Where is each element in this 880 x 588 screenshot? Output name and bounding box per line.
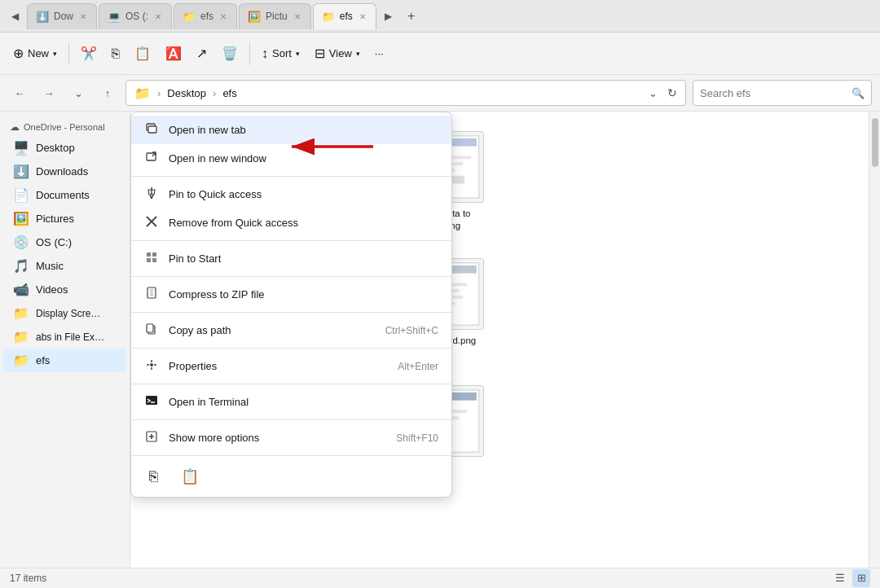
osc-icon: 💿 (13, 235, 29, 250)
onedrive-icon: ☁ (10, 121, 20, 133)
tab-efs1-close[interactable]: ✕ (218, 11, 228, 23)
tab-efs1[interactable]: 📁 efs ✕ (174, 3, 237, 29)
sidebar-item-documents[interactable]: 📄 Documents (3, 183, 126, 207)
rename-icon: 🅰️ (165, 46, 182, 61)
tab-pictures[interactable]: 🖼️ Pictu ✕ (239, 3, 311, 29)
ctx-pin-icon (144, 186, 159, 202)
new-button[interactable]: ⊕ New ▾ (7, 39, 64, 68)
tab-efs-active-label: efs (340, 11, 353, 22)
back-btn[interactable]: ← (8, 81, 31, 104)
sort-button[interactable]: ↕ Sort ▾ (255, 39, 306, 68)
recent-btn[interactable]: ⌄ (67, 81, 90, 104)
toolbar-divider-2 (249, 42, 250, 65)
ctx-properties-label: Properties (169, 360, 388, 372)
ctx-pin-quick[interactable]: Pin to Quick access (131, 180, 451, 208)
ctx-bottom-icons: ⎘ 📋 (131, 459, 451, 494)
tab-osc[interactable]: 💻 OS (: ✕ (99, 3, 172, 29)
sidebar-item-downloads[interactable]: ⬇️ Downloads (3, 160, 126, 183)
ctx-compress-label: Compress to ZIP file (169, 288, 438, 301)
svg-point-93 (150, 363, 153, 366)
search-box[interactable]: 🔍 (693, 80, 872, 106)
sidebar-item-osc[interactable]: 💿 OS (C:) (3, 230, 126, 254)
breadcrumb-desktop[interactable]: Desktop (167, 87, 206, 99)
view-icons: ☰ ⊞ (831, 569, 870, 587)
breadcrumb-efs[interactable]: efs (222, 87, 236, 99)
pictures-tab-icon: 🖼️ (248, 11, 261, 23)
cut-button[interactable]: ✂️ (74, 39, 103, 68)
tab-downloads[interactable]: ⬇️ Dow ✕ (27, 3, 97, 29)
tab-add-btn[interactable]: + (400, 5, 423, 28)
sidebar-pictures-label: Pictures (36, 213, 74, 225)
ctx-copy-path-icon (144, 323, 159, 338)
refresh-btn[interactable]: ↻ (667, 86, 677, 99)
sidebar-item-desktop[interactable]: 🖥️ Desktop (3, 136, 126, 160)
ctx-properties[interactable]: Properties Alt+Enter (131, 352, 451, 380)
sidebar-documents-label: Documents (36, 189, 90, 201)
paste-button[interactable]: 📋 (128, 39, 157, 68)
ctx-remove-quick[interactable]: Remove from Quick access (131, 208, 451, 237)
main-layout: ☁ OneDrive - Personal 🖥️ Desktop ⬇️ Down… (0, 112, 880, 568)
display-icon: 📁 (13, 305, 29, 321)
ctx-open-new-window[interactable]: Open in new window (131, 144, 451, 173)
share-button[interactable]: ↗ (190, 39, 213, 68)
copy-button[interactable]: ⎘ (105, 39, 126, 68)
ctx-pin-start[interactable]: Pin to Start (131, 244, 451, 273)
tab-pictures-close[interactable]: ✕ (293, 11, 302, 23)
new-chevron: ▾ (53, 50, 57, 58)
sidebar-desktop-label: Desktop (36, 142, 75, 154)
sidebar-display-label: Display Scre… (36, 308, 100, 319)
search-icon[interactable]: 🔍 (851, 87, 865, 99)
ctx-copy-icon[interactable]: ⎘ (144, 465, 163, 489)
scroll-thumb[interactable] (872, 118, 878, 167)
ctx-compress-zip[interactable]: Compress to ZIP file (131, 280, 451, 309)
ctx-pin-start-icon (144, 251, 159, 266)
rename-button[interactable]: 🅰️ (159, 39, 188, 68)
tab-efs-active[interactable]: 📁 efs ✕ (313, 3, 376, 29)
address-expand-btn[interactable]: ⌄ (649, 87, 658, 99)
ctx-terminal-icon (144, 394, 159, 410)
svg-rect-86 (152, 258, 156, 262)
forward-btn[interactable]: → (37, 81, 60, 104)
sort-icon: ↕ (262, 46, 268, 61)
svg-rect-94 (146, 396, 157, 405)
svg-rect-92 (147, 324, 153, 332)
ctx-pin-start-label: Pin to Start (169, 252, 438, 265)
ctx-properties-icon (144, 358, 159, 374)
tab-back-btn[interactable]: ◀ (3, 5, 26, 28)
delete-button[interactable]: 🗑️ (215, 39, 244, 68)
sidebar-item-music[interactable]: 🎵 Music (3, 254, 126, 278)
onedrive-header[interactable]: ☁ OneDrive - Personal (0, 118, 130, 136)
up-btn[interactable]: ↑ (96, 81, 119, 104)
ctx-terminal[interactable]: Open in Terminal (131, 388, 451, 416)
svg-rect-83 (147, 252, 151, 257)
list-view-btn[interactable]: ☰ (831, 569, 849, 587)
svg-rect-85 (147, 258, 151, 262)
ctx-open-new-tab[interactable]: Open in new tab (131, 116, 451, 144)
address-box[interactable]: 📁 › Desktop › efs ⌄ ↻ (125, 80, 686, 106)
more-button[interactable]: ··· (368, 39, 390, 68)
tab-downloads-close[interactable]: ✕ (78, 11, 88, 23)
view-button[interactable]: ⊟ View ▾ (308, 39, 367, 68)
more-label: ··· (375, 47, 384, 59)
ctx-remove-label: Remove from Quick access (169, 217, 438, 229)
sidebar-item-abs[interactable]: 📁 abs in File Ex… (3, 325, 126, 349)
sidebar-item-display[interactable]: 📁 Display Scre… (3, 301, 126, 325)
sidebar-item-videos[interactable]: 📹 Videos (3, 278, 126, 301)
ctx-copy-path-label: Copy as path (169, 324, 376, 336)
osc-tab-icon: 💻 (108, 11, 121, 23)
ctx-show-more[interactable]: Show more options Shift+F10 (131, 423, 451, 452)
vertical-scrollbar[interactable] (869, 112, 880, 568)
ctx-copy-path[interactable]: Copy as path Ctrl+Shift+C (131, 316, 451, 344)
ctx-divider-2 (131, 240, 451, 241)
ctx-pin-quick-label: Pin to Quick access (169, 188, 438, 200)
documents-icon: 📄 (13, 187, 29, 203)
grid-view-btn[interactable]: ⊞ (852, 569, 870, 587)
tab-forward-btn[interactable]: ▶ (377, 5, 400, 28)
sidebar-item-pictures[interactable]: 🖼️ Pictures (3, 207, 126, 230)
search-input[interactable] (700, 87, 847, 99)
ctx-paste-icon[interactable]: 📋 (176, 464, 204, 489)
downloads-icon: ⬇️ (13, 164, 29, 179)
tab-osc-close[interactable]: ✕ (153, 11, 163, 23)
tab-efs-active-close[interactable]: ✕ (358, 11, 367, 23)
sidebar-item-efs[interactable]: 📁 efs (3, 349, 126, 372)
